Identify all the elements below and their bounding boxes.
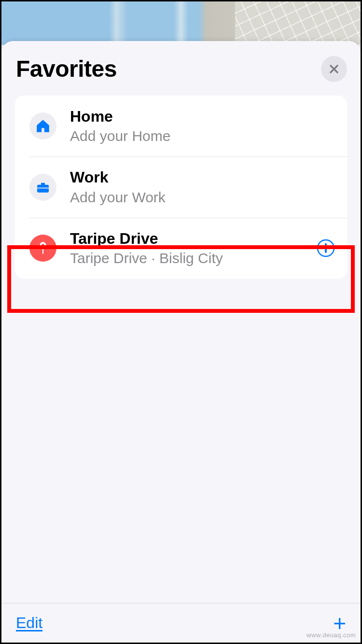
map-background [1,1,361,45]
svg-rect-0 [37,184,49,192]
favorite-subtitle: Add your Work [70,189,335,206]
favorite-title: Home [70,107,335,126]
favorite-item-taripe-drive[interactable]: Taripe Drive Taripe Drive · Bislig City [15,218,347,279]
edit-button[interactable]: Edit [16,614,42,632]
watermark: www.deuaq.com [306,631,356,639]
svg-rect-8 [325,247,327,253]
close-icon [328,63,340,75]
svg-point-4 [42,244,44,246]
svg-point-7 [325,243,327,245]
favorite-title: Work [70,168,335,186]
add-button[interactable]: + [333,612,346,634]
favorites-list: Home Add your Home Work Add your Work [15,96,347,279]
favorite-item-text: Home Add your Home [70,107,335,145]
favorites-sheet: Favorites Home Add your Home [1,41,361,643]
favorite-item-work[interactable]: Work Add your Work [15,156,347,217]
favorite-subtitle: Add your Home [70,127,335,145]
favorite-title: Taripe Drive [70,229,311,248]
favorite-item-home[interactable]: Home Add your Home [15,96,347,156]
page-title: Favorites [16,56,117,82]
close-button[interactable] [321,56,347,82]
svg-rect-1 [41,182,45,185]
favorite-item-text: Work Add your Work [70,168,335,206]
pin-icon [29,235,56,262]
svg-rect-5 [42,248,43,254]
favorite-subtitle: Taripe Drive · Bislig City [70,250,311,267]
info-icon [316,238,335,258]
briefcase-icon [29,174,56,201]
svg-rect-2 [37,187,49,188]
home-icon [29,112,56,140]
favorite-item-text: Taripe Drive Taripe Drive · Bislig City [70,229,311,267]
info-button[interactable] [316,238,335,258]
sheet-header: Favorites [1,41,361,96]
